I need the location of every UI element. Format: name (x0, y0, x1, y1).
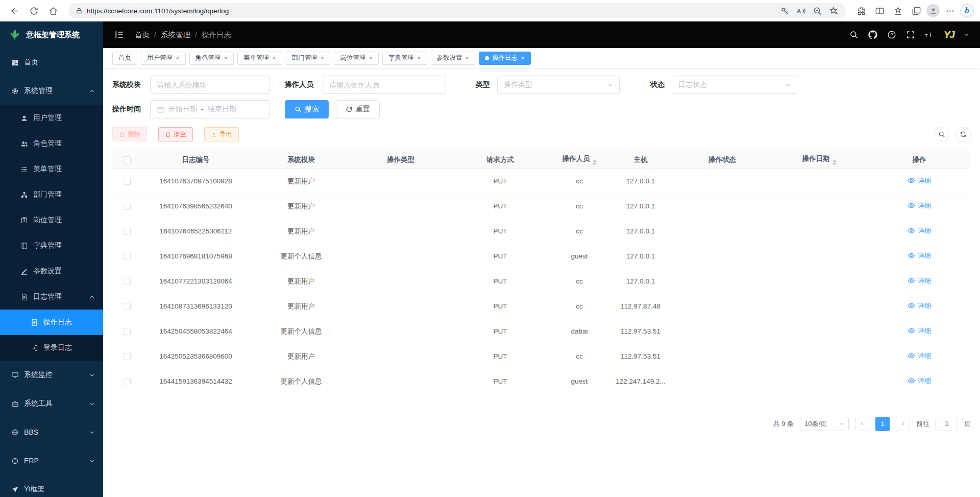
sidebar-item-role-mgmt[interactable]: 角色管理 (0, 131, 103, 156)
detail-link[interactable]: 详细 (908, 376, 931, 386)
close-icon[interactable]: × (176, 55, 180, 61)
eye-icon (908, 227, 915, 234)
breadcrumb-home[interactable]: 首页 (135, 30, 150, 40)
fullscreen-icon[interactable] (906, 30, 915, 39)
goto-page-input[interactable] (936, 417, 958, 431)
sidebar-item-yi-framework[interactable]: Yi框架 (0, 475, 103, 497)
col-operator[interactable]: 操作人员 (551, 151, 607, 169)
table-search-toggle-button[interactable] (934, 127, 949, 142)
detail-link[interactable]: 详细 (908, 251, 931, 261)
status-select[interactable]: 日志状态 (672, 76, 797, 94)
row-checkbox[interactable] (124, 328, 131, 335)
clear-button[interactable]: 清空 (158, 127, 193, 141)
browser-url-bar[interactable]: https://ccnetcore.com:1101/system/log/op… (68, 3, 846, 18)
row-checkbox[interactable] (124, 253, 131, 260)
close-icon[interactable]: × (321, 55, 325, 61)
delete-button[interactable]: 删除 (112, 127, 147, 141)
detail-link[interactable]: 详细 (908, 201, 931, 210)
sidebar-item-system-tools[interactable]: 系统工具 (0, 389, 103, 418)
row-checkbox[interactable] (124, 303, 131, 310)
module-input[interactable] (157, 81, 263, 89)
close-icon[interactable]: × (272, 55, 276, 61)
bing-icon[interactable]: b (960, 4, 974, 18)
tab-post-mgmt[interactable]: 岗位管理× (334, 52, 379, 65)
sort-caret-icon[interactable] (832, 159, 837, 165)
row-checkbox[interactable] (124, 278, 131, 285)
close-icon[interactable]: × (465, 55, 470, 61)
tab-dept-mgmt[interactable]: 部门管理× (286, 52, 331, 65)
tab-dict-mgmt[interactable]: 字典管理× (382, 52, 427, 65)
sidebar-item-erp[interactable]: ERP (0, 446, 103, 475)
page-size-select[interactable]: 10条/页 (800, 417, 849, 431)
search-icon[interactable] (849, 30, 859, 39)
detail-link[interactable]: 详细 (908, 276, 931, 286)
breadcrumb-system-mgmt[interactable]: 系统管理 (161, 30, 190, 40)
sidebar-item-home[interactable]: 首页 (0, 48, 103, 77)
sort-caret-icon[interactable] (593, 159, 597, 165)
search-button[interactable]: 搜索 (285, 100, 329, 119)
sidebar-item-operation-log[interactable]: 操作日志 (0, 310, 103, 335)
browser-settings-more-icon[interactable] (942, 3, 958, 19)
sidebar-item-param-settings[interactable]: 参数设置 (0, 258, 103, 284)
extensions-puzzle-icon[interactable] (853, 3, 869, 19)
sidebar-item-dept-mgmt[interactable]: 部门管理 (0, 182, 103, 207)
favorites-bar-icon[interactable] (890, 3, 906, 19)
sidebar-item-system-monitor[interactable]: 系统监控 (0, 361, 103, 389)
detail-link[interactable]: 详细 (908, 351, 931, 361)
add-favorite-star-icon[interactable] (826, 4, 841, 18)
reset-button[interactable]: 重置 (336, 100, 380, 119)
sidebar-fold-icon[interactable] (114, 30, 125, 40)
detail-link[interactable]: 详细 (908, 326, 931, 336)
close-icon[interactable]: × (417, 55, 421, 61)
chevron-down-icon[interactable] (964, 32, 969, 37)
export-button[interactable]: 导出 (204, 127, 239, 141)
github-icon[interactable] (868, 30, 877, 39)
detail-link[interactable]: 详细 (908, 226, 931, 235)
table-refresh-button[interactable] (955, 127, 971, 142)
next-page-button[interactable] (896, 417, 910, 431)
prev-page-button[interactable] (855, 417, 869, 431)
close-icon[interactable]: × (369, 55, 373, 61)
browser-back-button[interactable] (6, 3, 22, 19)
sidebar-item-menu-mgmt[interactable]: 菜单管理 (0, 156, 103, 182)
browser-home-button[interactable] (45, 3, 61, 19)
sidebar-item-login-log[interactable]: 登录日志 (0, 335, 103, 361)
close-icon[interactable]: × (224, 55, 228, 61)
font-size-icon[interactable]: TT (925, 30, 934, 39)
zoom-out-icon[interactable] (810, 4, 824, 18)
row-checkbox[interactable] (124, 378, 131, 385)
tab-user-mgmt[interactable]: 用户管理× (141, 52, 186, 65)
tab-operation-log[interactable]: 操作日志× (479, 52, 531, 65)
row-checkbox[interactable] (124, 353, 131, 360)
read-aloud-icon[interactable]: A (794, 4, 808, 18)
date-range-picker[interactable]: 开始日期 - 结束日期 (150, 100, 270, 119)
collections-icon[interactable] (908, 3, 924, 19)
browser-refresh-button[interactable] (26, 3, 42, 19)
detail-link[interactable]: 详细 (908, 301, 931, 311)
sidebar-item-user-mgmt[interactable]: 用户管理 (0, 105, 103, 131)
split-screen-icon[interactable] (871, 3, 888, 19)
sidebar-item-system-mgmt[interactable]: 系统管理 (0, 77, 103, 105)
tab-param-settings[interactable]: 参数设置× (431, 52, 476, 65)
col-date[interactable]: 操作日期 (771, 151, 868, 169)
password-key-icon[interactable] (777, 4, 792, 18)
type-select[interactable]: 操作类型 (497, 76, 620, 94)
page-number-1[interactable]: 1 (875, 417, 890, 431)
operator-input[interactable] (329, 81, 439, 89)
row-checkbox[interactable] (124, 178, 131, 185)
user-avatar-logo[interactable]: YJ (944, 29, 954, 40)
sidebar-item-dict-mgmt[interactable]: 字典管理 (0, 233, 103, 258)
browser-profile-avatar[interactable] (926, 4, 940, 17)
detail-link[interactable]: 详细 (908, 176, 931, 185)
tab-home[interactable]: 首页 (112, 52, 137, 65)
sidebar-item-log-mgmt[interactable]: 日志管理 (0, 284, 103, 310)
sidebar-item-bbs[interactable]: BBS (0, 418, 103, 446)
help-icon[interactable]: ? (887, 30, 896, 39)
row-checkbox[interactable] (124, 228, 131, 235)
select-all-checkbox[interactable] (124, 156, 131, 163)
row-checkbox[interactable] (124, 203, 131, 210)
sidebar-item-post-mgmt[interactable]: 岗位管理 (0, 207, 103, 233)
tab-role-mgmt[interactable]: 角色管理× (189, 52, 234, 65)
close-icon[interactable]: × (521, 55, 525, 61)
tab-menu-mgmt[interactable]: 菜单管理× (237, 52, 282, 65)
